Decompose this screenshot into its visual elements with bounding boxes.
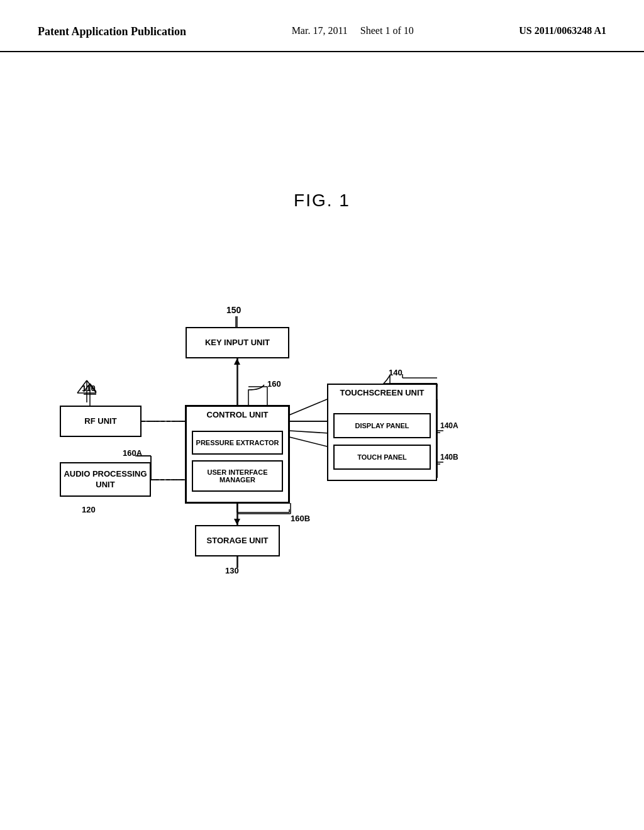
- header-center: Mar. 17, 2011 Sheet 1 of 10: [292, 25, 414, 36]
- display-panel-box: DISPLAY PANEL: [333, 413, 431, 438]
- header-left: Patent Application Publication: [38, 25, 186, 38]
- label-110: 110: [82, 384, 96, 393]
- connector-lines: [0, 223, 644, 663]
- header-right: US 2011/0063248 A1: [519, 25, 606, 36]
- label-130: 130: [225, 566, 239, 575]
- label-150: 150: [226, 305, 241, 315]
- label-140a: 140A: [440, 421, 458, 430]
- header-date: Mar. 17, 2011: [292, 25, 348, 36]
- touchscreen-unit-label: TOUCHSCREEN UNIT: [328, 385, 436, 399]
- touchscreen-unit-outer: TOUCHSCREEN UNIT DISPLAY PANEL TOUCH PAN…: [327, 384, 437, 481]
- storage-unit-box: STORAGE UNIT: [195, 525, 280, 556]
- figure-label: FIG. 1: [0, 191, 644, 211]
- label-160a: 160A: [123, 448, 142, 458]
- svg-marker-5: [234, 358, 240, 365]
- connectors-overlay: [0, 223, 644, 663]
- control-unit-outer: CONTROL UNIT PRESSURE EXTRACTOR USER INT…: [186, 406, 289, 503]
- header-sheet: Sheet 1 of 10: [360, 25, 414, 36]
- label-160: 160: [267, 379, 281, 389]
- diagram-area: KEY INPUT UNIT RF UNIT CONTROL UNIT PRES…: [0, 223, 644, 663]
- rf-unit-box: RF UNIT: [60, 406, 142, 437]
- pressure-extractor-box: PRESSURE EXTRACTOR: [192, 431, 283, 455]
- svg-line-7: [289, 399, 327, 415]
- control-unit-label: CONTROL UNIT: [187, 407, 288, 421]
- audio-processing-unit-box: AUDIO PROCESSING UNIT: [60, 462, 151, 497]
- label-120: 120: [82, 505, 96, 514]
- label-140b: 140B: [440, 453, 458, 462]
- svg-marker-14: [234, 519, 240, 525]
- user-interface-manager-box: USER INTERFACE MANAGER: [192, 460, 283, 492]
- page-header: Patent Application Publication Mar. 17, …: [0, 0, 644, 52]
- key-input-unit-box: KEY INPUT UNIT: [186, 327, 289, 358]
- touch-panel-box: TOUCH PANEL: [333, 445, 431, 470]
- label-160b: 160B: [291, 514, 310, 523]
- label-140: 140: [389, 368, 402, 377]
